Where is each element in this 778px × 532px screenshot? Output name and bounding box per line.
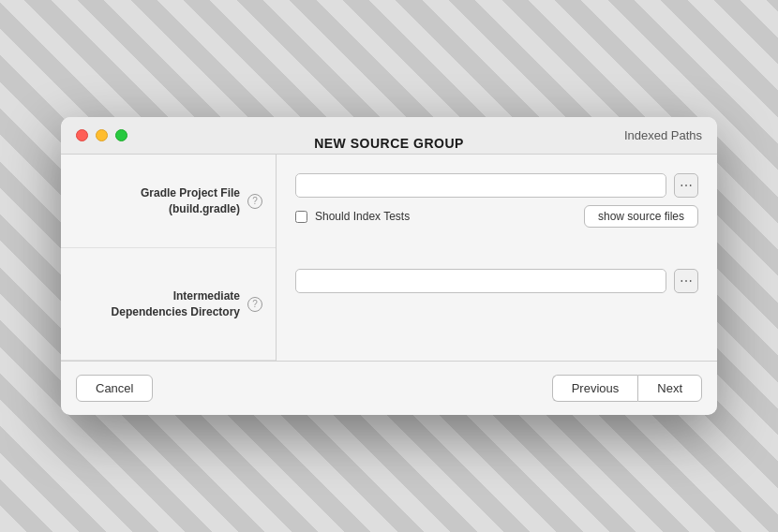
deps-browse-button[interactable]: ⋯ <box>674 269 698 293</box>
close-button[interactable] <box>76 129 88 141</box>
title-bar: NEW SOURCE GROUP Indexed Paths <box>61 117 717 155</box>
deps-label-area: IntermediateDependencies Directory ? <box>61 248 276 360</box>
gradle-input[interactable] <box>295 173 666 198</box>
nav-buttons: Previous Next <box>552 375 702 402</box>
deps-browse-icon: ⋯ <box>680 273 693 288</box>
gradle-field-label: Gradle Project File(build.gradle) <box>141 185 240 217</box>
window-body: Gradle Project File(build.gradle) ? Inte… <box>61 155 717 415</box>
cancel-button[interactable]: Cancel <box>76 375 153 402</box>
gradle-label-row: Gradle Project File(build.gradle) ? <box>61 155 276 248</box>
deps-section: ⋯ <box>295 269 698 293</box>
gradle-section: ⋯ Should Index Tests show source files <box>295 173 698 228</box>
right-panel: ⋯ Should Index Tests show source files <box>277 155 717 361</box>
deps-help-icon[interactable]: ? <box>247 297 262 312</box>
gradle-browse-button[interactable]: ⋯ <box>674 173 698 198</box>
gradle-help-icon[interactable]: ? <box>247 194 262 209</box>
deps-input-row: ⋯ <box>295 269 698 293</box>
gradle-label-area: Gradle Project File(build.gradle) ? <box>61 155 276 247</box>
gradle-browse-icon: ⋯ <box>680 178 693 193</box>
deps-input[interactable] <box>295 269 666 293</box>
maximize-button[interactable] <box>115 129 127 141</box>
minimize-button[interactable] <box>96 129 108 141</box>
deps-field-label: IntermediateDependencies Directory <box>112 288 240 320</box>
content-area: Gradle Project File(build.gradle) ? Inte… <box>61 155 717 362</box>
traffic-lights-container: NEW SOURCE GROUP Indexed Paths <box>76 128 702 142</box>
show-source-files-button[interactable]: show source files <box>584 205 698 228</box>
main-window: NEW SOURCE GROUP Indexed Paths Gradle Pr… <box>61 117 717 415</box>
should-index-tests-checkbox[interactable] <box>295 211 307 223</box>
left-panel: Gradle Project File(build.gradle) ? Inte… <box>61 155 277 361</box>
indexed-paths-label: Indexed Paths <box>624 128 702 142</box>
index-tests-row: Should Index Tests show source files <box>295 205 698 228</box>
previous-button[interactable]: Previous <box>552 375 638 402</box>
traffic-lights <box>76 129 127 141</box>
window-title: NEW SOURCE GROUP <box>314 136 464 151</box>
should-index-tests-label: Should Index Tests <box>315 210 410 223</box>
deps-label-row: IntermediateDependencies Directory ? <box>61 248 276 361</box>
gradle-input-row: ⋯ <box>295 173 698 198</box>
footer: Cancel Previous Next <box>61 362 717 415</box>
next-button[interactable]: Next <box>637 375 702 402</box>
